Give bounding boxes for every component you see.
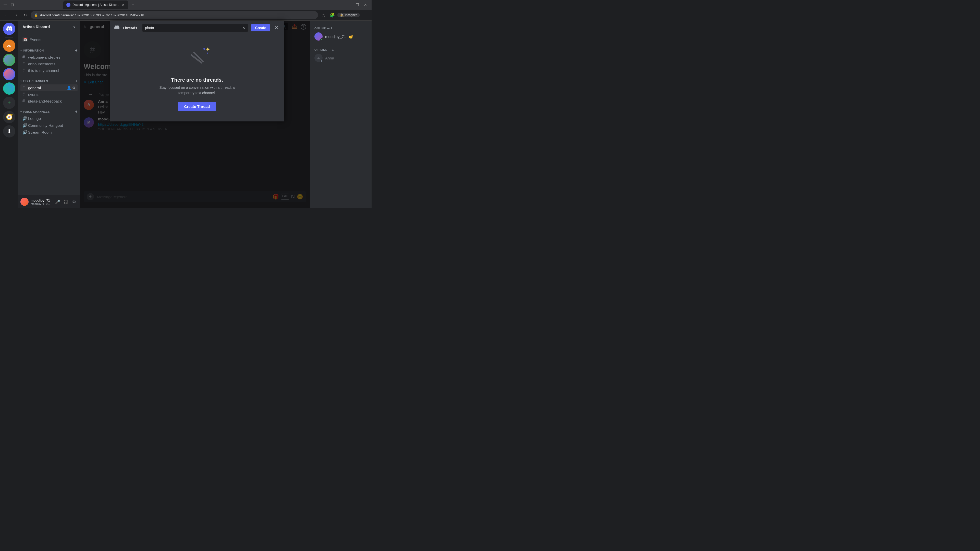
mute-button[interactable]: 🎤 (54, 198, 61, 205)
channel-list: 📅 Events ▾ INFORMATION + # welcome-and-r… (18, 33, 80, 195)
add-server-button[interactable]: + (3, 97, 15, 109)
threads-search-box[interactable]: ✕ (142, 24, 248, 32)
events-label: Events (30, 38, 41, 42)
category-chevron-icon: ▾ (21, 49, 22, 52)
category-chevron-icon: ▾ (21, 110, 22, 113)
category-information[interactable]: ▾ INFORMATION + (18, 44, 80, 54)
server-icon-2[interactable] (3, 54, 15, 66)
hashtag-icon: # (22, 55, 27, 59)
hashtag-icon: # (22, 92, 27, 97)
channel-name: general (28, 86, 65, 90)
threads-close-button[interactable]: ✕ (273, 24, 280, 32)
window-controls: — ❐ ✕ (346, 2, 369, 8)
channel-general[interactable]: # general 👤 ⚙ (21, 84, 78, 91)
svg-rect-0 (3, 5, 6, 5)
channel-announcements[interactable]: # announcements (21, 60, 78, 67)
voice-channel-community-hangout[interactable]: 🔊 Community Hangout (21, 122, 78, 129)
threads-header: Threads ✕ Create ✕ (110, 21, 284, 35)
threads-empty-desc: Stay focused on a conversation with a th… (154, 85, 240, 96)
close-tab-button[interactable]: ✕ (121, 3, 125, 7)
server-chevron-icon: ∨ (73, 25, 76, 29)
extensions-button[interactable]: 🧩 (329, 11, 336, 19)
channel-this-is-my-channel[interactable]: # this-is-my-channel (21, 67, 78, 74)
server-icon-3[interactable] (3, 68, 15, 80)
server-discovery-button[interactable]: 🧭 (3, 111, 15, 123)
add-member-icon[interactable]: 👤 (67, 86, 71, 90)
events-item[interactable]: 📅 Events (21, 35, 78, 44)
tab-favicon (66, 3, 70, 7)
sparkle-dot-2 (207, 52, 208, 54)
channel-name: Lounge (28, 116, 76, 121)
member-avatar-moodjoy (314, 32, 323, 41)
incognito-label: Incognito (345, 13, 357, 17)
win-maximize-button[interactable]: ❐ (354, 2, 360, 8)
category-voice-channels[interactable]: ▾ VOICE CHANNELS + (18, 105, 80, 115)
members-sidebar: ONLINE — 1 moodjoy_71 👑 OFFLINE — 1 A An… (310, 21, 372, 208)
browser-chrome: Discord | #general | Artists Disco... ✕ … (0, 0, 372, 21)
minimize-button[interactable] (2, 2, 8, 8)
win-minimize-button[interactable]: — (346, 2, 352, 8)
channel-actions: 👤 ⚙ (67, 86, 76, 90)
channel-ideas-and-feedback[interactable]: # ideas-and-feedback (21, 98, 78, 104)
channel-name: welcome-and-rules (28, 55, 76, 59)
discord-home-button[interactable] (3, 23, 15, 35)
crown-icon: 👑 (348, 35, 353, 38)
user-avatar (21, 198, 29, 206)
server-icon-4[interactable] (3, 83, 15, 95)
new-tab-button[interactable]: + (129, 1, 137, 8)
category-text-channels[interactable]: ▾ TEXT CHANNELS + (18, 75, 80, 84)
forward-button[interactable]: → (12, 11, 19, 19)
hashtag-icon: # (22, 86, 27, 90)
member-avatar-anna: A (314, 54, 323, 62)
threads-create-button[interactable]: Create (251, 24, 270, 32)
channel-welcome-and-rules[interactable]: # welcome-and-rules (21, 54, 78, 60)
speaker-icon: 🔊 (22, 116, 27, 121)
incognito-badge: 🕵 Incognito (337, 13, 360, 17)
server-header[interactable]: Artists Discord ∨ (18, 21, 80, 33)
discord-app: AD + 🧭 ⬇ Artists Discord ∨ 📅 (0, 21, 372, 208)
threads-cta-button[interactable]: Create Thread (178, 102, 216, 111)
category-information-add[interactable]: + (75, 48, 78, 53)
information-section: ▾ INFORMATION + # welcome-and-rules # an… (18, 44, 80, 74)
threads-empty-title: There are no threads. (171, 77, 223, 83)
chrome-menu-button[interactable]: ⋮ (361, 11, 369, 19)
download-apps-button[interactable]: ⬇ (3, 125, 15, 138)
win-close-button[interactable]: ✕ (363, 2, 369, 8)
threads-search-clear-button[interactable]: ✕ (242, 26, 245, 30)
address-bar[interactable]: 🔒 discord.com/channels/11823620100679352… (30, 11, 318, 19)
server-sidebar: AD + 🧭 ⬇ (0, 21, 18, 208)
refresh-button[interactable]: ↻ (21, 11, 29, 19)
browser-actions: ☆ 🧩 🕵 Incognito ⋮ (320, 11, 369, 19)
member-moodjoy[interactable]: moodjoy_71 👑 (312, 31, 369, 42)
threads-search-input[interactable] (145, 26, 240, 30)
voice-channel-stream-room[interactable]: 🔊 Stream Room (21, 129, 78, 136)
hashtag-icon: # (22, 62, 27, 66)
bookmark-button[interactable]: ☆ (320, 11, 327, 19)
channel-name: announcements (28, 62, 76, 66)
server-icon-artists[interactable]: AD (3, 40, 15, 52)
speaker-icon: 🔊 (22, 130, 27, 135)
threads-overlay: Threads ✕ Create ✕ (80, 21, 310, 208)
deafen-button[interactable]: 🎧 (62, 198, 69, 205)
channel-settings-icon[interactable]: ⚙ (72, 86, 76, 90)
channel-name: Community Hangout (28, 123, 76, 127)
voice-channel-lounge[interactable]: 🔊 Lounge (21, 115, 78, 122)
threads-empty-illustration: ✦ (182, 45, 212, 71)
maximize-button[interactable] (9, 2, 15, 8)
channel-name: Stream Room (28, 130, 76, 135)
category-text-add[interactable]: + (75, 79, 78, 83)
sparkle-icon: ✦ (205, 46, 210, 53)
browser-tab[interactable]: Discord | #general | Artists Disco... ✕ (63, 0, 128, 9)
channel-name: this-is-my-channel (28, 68, 76, 73)
category-voice-add[interactable]: + (75, 110, 78, 114)
voice-channels-section: ▾ VOICE CHANNELS + 🔊 Lounge 🔊 Community … (18, 105, 80, 136)
incognito-icon: 🕵 (340, 13, 344, 17)
back-button[interactable]: ← (3, 11, 10, 19)
address-text: discord.com/channels/1182362010067935253… (40, 13, 314, 17)
member-name-anna: Anna (325, 56, 334, 60)
username: moodjoy_71 (30, 198, 52, 202)
member-anna[interactable]: A Anna (312, 52, 369, 64)
user-settings-button[interactable]: ⚙ (70, 198, 78, 205)
hashtag-icon: # (22, 99, 27, 103)
channel-events[interactable]: # events (21, 91, 78, 98)
